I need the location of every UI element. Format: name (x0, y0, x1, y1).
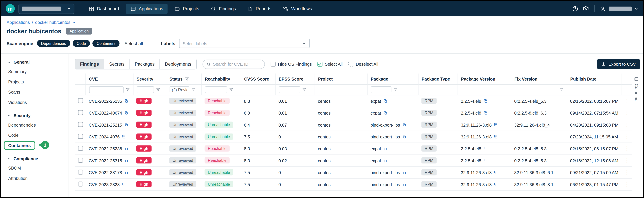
filter-funnel-icon[interactable] (559, 88, 563, 92)
copy-icon[interactable] (402, 134, 406, 138)
copy-icon[interactable] (494, 170, 498, 174)
tab-deployments[interactable]: Deployments (160, 59, 196, 69)
row-menu-icon[interactable]: ⋮ (624, 122, 630, 128)
table-row[interactable]: CVE-2022-25315HighUnreviewedReachable8.3… (75, 154, 632, 166)
select-all-checkbox[interactable]: Select All (318, 62, 343, 66)
row-menu-icon[interactable]: ⋮ (624, 110, 630, 116)
sidebar-item-attribution[interactable]: Attribution (1, 173, 69, 183)
engine-pill-dependencies[interactable]: Dependencies (37, 40, 70, 47)
export-to-csv-button[interactable]: Export to CSV (597, 59, 640, 69)
row-menu-icon[interactable]: ⋮ (624, 181, 630, 187)
filter-funnel-icon[interactable] (156, 88, 160, 92)
row-menu-icon[interactable]: ⋮ (624, 158, 630, 164)
row-checkbox[interactable] (78, 98, 83, 103)
col-header-cvss[interactable]: CVSS Score (240, 74, 275, 84)
col-header-cve[interactable]: CVE (86, 74, 133, 84)
copy-icon[interactable] (122, 182, 126, 186)
copy-icon[interactable] (124, 123, 128, 127)
copy-icon[interactable] (483, 111, 487, 115)
copy-icon[interactable] (122, 134, 126, 138)
tab-secrets[interactable]: Secrets (104, 59, 130, 69)
sidebar-item-containers[interactable]: Containers (1, 140, 69, 150)
copy-icon[interactable] (383, 158, 387, 162)
row-checkbox[interactable] (78, 182, 83, 186)
org-selector-dropdown[interactable] (18, 4, 74, 14)
copy-icon[interactable] (494, 123, 498, 127)
copy-icon[interactable] (124, 158, 128, 162)
col-header-fix-version[interactable]: Fix Version (511, 74, 567, 84)
copy-icon[interactable] (383, 99, 387, 103)
epss-filter-input[interactable] (279, 86, 300, 93)
col-header-package-version[interactable]: Package Version (458, 74, 511, 84)
table-row[interactable]: CVE-2022-40674HighUnreviewedReachable6.8… (75, 107, 632, 119)
copy-icon[interactable] (383, 111, 387, 115)
breadcrumb-current[interactable]: docker hub/centos (35, 20, 70, 25)
table-row[interactable]: CVE-2023-2828HighUnreviewedUnreachable7.… (75, 178, 632, 190)
copy-icon[interactable] (483, 146, 487, 150)
labels-select-dropdown[interactable]: Select labels (179, 38, 310, 48)
nav-dashboard[interactable]: Dashboard (84, 4, 124, 14)
cve-search-input[interactable] (213, 62, 260, 66)
row-menu-icon[interactable]: ⋮ (624, 98, 630, 104)
columns-panel-toggle[interactable]: Columns (632, 74, 640, 192)
col-header-reachability[interactable]: Reachability (201, 74, 240, 84)
copy-icon[interactable] (124, 111, 128, 115)
filter-funnel-icon[interactable] (393, 88, 397, 92)
row-checkbox[interactable] (78, 122, 83, 127)
nav-applications[interactable]: Applications (126, 4, 168, 14)
nav-reports[interactable]: Reports (243, 4, 276, 14)
copy-icon[interactable] (402, 170, 406, 174)
reachability-filter-input[interactable] (205, 86, 227, 93)
row-menu-icon[interactable]: ⋮ (624, 169, 630, 175)
copy-icon[interactable] (124, 99, 128, 103)
table-row[interactable]: CVE-2022-38178HighUnreviewedUnreachable7… (75, 166, 632, 178)
filter-funnel-icon[interactable] (184, 77, 189, 81)
table-row[interactable]: CVE-2024-4076HighUnreviewedUnreachable7.… (75, 131, 632, 142)
status-filter-input[interactable] (170, 86, 189, 93)
col-header-publish-date[interactable]: Publish Date (567, 74, 621, 84)
col-header-epss[interactable]: EPSS Score (275, 74, 314, 84)
table-row[interactable]: CVE-2022-25236HighUnreviewedReachable8.3… (75, 142, 632, 154)
sidebar-item-summary[interactable]: Summary (1, 66, 69, 76)
sidebar-section-security[interactable]: Security (1, 111, 69, 120)
deselect-all-button[interactable]: Deselect All (348, 62, 378, 66)
sidebar-item-violations[interactable]: Violations (1, 97, 69, 107)
nav-workflows[interactable]: Workflows (278, 4, 316, 14)
row-checkbox[interactable] (78, 110, 83, 115)
cve-filter-input[interactable] (89, 86, 124, 93)
copy-icon[interactable] (124, 170, 128, 174)
col-header-status[interactable]: Status (166, 74, 201, 84)
filter-funnel-icon[interactable] (229, 88, 233, 92)
copy-icon[interactable] (402, 123, 406, 127)
sidebar-item-dependencies[interactable]: Dependencies (1, 120, 69, 130)
row-checkbox[interactable] (78, 170, 83, 174)
filter-funnel-icon[interactable] (302, 88, 306, 92)
severity-filter-input[interactable] (136, 86, 154, 93)
table-row[interactable]: CVE-2021-25215HighUnreviewedUnreachable6… (75, 119, 632, 130)
sidebar-item-projects[interactable]: Projects (1, 76, 69, 87)
sidebar-section-general[interactable]: General (1, 58, 69, 66)
row-checkbox[interactable] (78, 158, 83, 162)
filter-funnel-icon[interactable] (126, 88, 130, 92)
sidebar-item-code[interactable]: Code (1, 130, 69, 140)
row-checkbox[interactable] (78, 134, 83, 138)
package-filter-input[interactable] (371, 86, 391, 93)
copy-icon[interactable] (483, 158, 487, 162)
nav-findings[interactable]: Findings (206, 4, 240, 14)
col-header-severity[interactable]: Severity (133, 74, 166, 84)
copy-icon[interactable] (483, 99, 487, 103)
hide-os-findings-checkbox[interactable]: Hide OS Findings (270, 62, 312, 66)
sidebar-item-sbom[interactable]: SBOM (1, 163, 69, 173)
col-header-project[interactable]: Project (314, 74, 367, 84)
user-menu[interactable] (600, 6, 638, 12)
copy-icon[interactable] (383, 146, 387, 150)
sidebar-item-scans[interactable]: Scans (1, 87, 69, 97)
copy-icon[interactable] (124, 146, 128, 150)
tab-findings[interactable]: Findings (75, 59, 104, 69)
col-header-package-type[interactable]: Package Type (418, 74, 458, 84)
table-row[interactable]: CVE-2022-25235HighUnreviewedReachable8.3… (75, 95, 632, 107)
row-checkbox[interactable] (78, 146, 83, 150)
nav-projects[interactable]: Projects (170, 4, 204, 14)
gear-icon[interactable] (583, 6, 589, 12)
row-menu-icon[interactable]: ⋮ (624, 134, 630, 140)
